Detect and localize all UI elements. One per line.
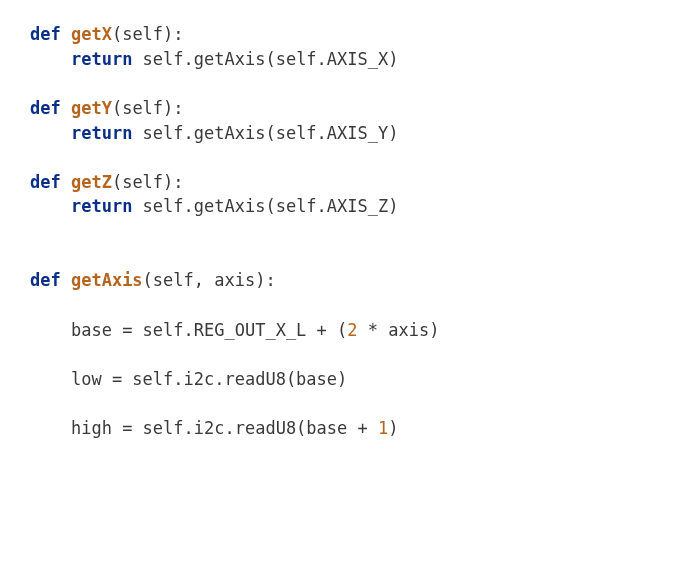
code-line: low = self.i2c.readU8(base) (30, 367, 675, 392)
code-token-pl: base = self.REG_OUT_X_L + ( (71, 320, 347, 340)
code-token-pl: (self): (112, 98, 184, 118)
code-line: def getZ(self): (30, 170, 675, 195)
code-token-kw: def (30, 24, 71, 44)
code-line (30, 392, 675, 417)
code-token-pl: self.getAxis(self.AXIS_X) (132, 49, 398, 69)
code-token-pl: high = self.i2c.readU8(base + (71, 418, 378, 438)
code-line (30, 244, 675, 269)
code-token-kw: return (71, 123, 132, 143)
code-line: def getY(self): (30, 96, 675, 121)
code-token-fn: getY (71, 98, 112, 118)
code-token-pl: (self): (112, 24, 184, 44)
code-token-kw: def (30, 270, 71, 290)
code-token-pl: (self, axis): (143, 270, 276, 290)
code-line: def getAxis(self, axis): (30, 268, 675, 293)
code-token-pl: (self): (112, 172, 184, 192)
code-token-kw: return (71, 49, 132, 69)
code-token-fn: getX (71, 24, 112, 44)
code-line: high = self.i2c.readU8(base + 1) (30, 416, 675, 441)
code-token-kw: return (71, 196, 132, 216)
code-token-kw: def (30, 172, 71, 192)
code-token-pl: low = self.i2c.readU8(base) (71, 369, 347, 389)
code-line (30, 293, 675, 318)
code-token-num: 1 (378, 418, 388, 438)
code-line: def getX(self): (30, 22, 675, 47)
code-token-fn: getZ (71, 172, 112, 192)
code-token-fn: getAxis (71, 270, 143, 290)
code-token-pl: ) (388, 418, 398, 438)
code-token-pl: * axis) (358, 320, 440, 340)
code-token-num: 2 (347, 320, 357, 340)
code-line (30, 71, 675, 96)
code-line (30, 342, 675, 367)
code-line: return self.getAxis(self.AXIS_Z) (30, 194, 675, 219)
code-token-pl: self.getAxis(self.AXIS_Y) (132, 123, 398, 143)
code-block: def getX(self): return self.getAxis(self… (30, 22, 675, 441)
code-line: return self.getAxis(self.AXIS_Y) (30, 121, 675, 146)
code-line: return self.getAxis(self.AXIS_X) (30, 47, 675, 72)
code-line: base = self.REG_OUT_X_L + (2 * axis) (30, 318, 675, 343)
code-token-kw: def (30, 98, 71, 118)
code-line (30, 219, 675, 244)
code-line (30, 145, 675, 170)
code-token-pl: self.getAxis(self.AXIS_Z) (132, 196, 398, 216)
